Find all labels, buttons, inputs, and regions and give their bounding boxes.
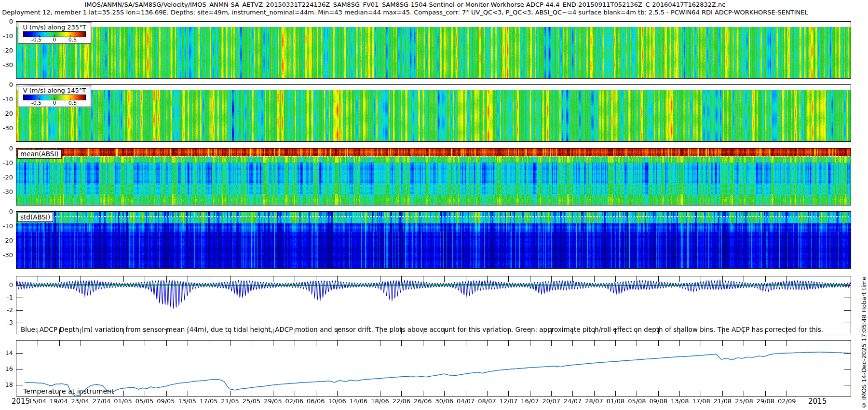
colorbar-tick-label: 0	[53, 37, 56, 43]
y-tick-label: -30	[3, 252, 13, 259]
v-velocity-y-axis: 0-10-20-30	[0, 85, 14, 141]
colorbar-tick-label: -0.5	[31, 100, 41, 106]
copyright-watermark: © IMOS 14-Dec-2025 17:05:48 Hobart time	[860, 276, 868, 409]
y-tick-label: -30	[3, 125, 13, 132]
panel-depth-variation: Blue: ADCP Depth (m) variation from sens…	[16, 276, 851, 334]
x-axis: 2015 2015 15/0419/0423/0427/0401/0505/05…	[0, 397, 868, 408]
y-tick-label: 0	[9, 208, 13, 215]
y-tick-label: 0	[9, 282, 13, 288]
colorbar-tick-label: 0	[53, 100, 56, 106]
y-tick-label: -30	[3, 189, 13, 195]
panel-temperature: Temperature at instrument 141618	[16, 340, 851, 396]
colorbar-tick-label: 0.5	[68, 100, 77, 106]
std-absi-heatmap	[16, 212, 851, 268]
v-velocity-legend-title: V (m/s) along 145°T	[18, 87, 91, 94]
y-tick-label: 0	[9, 145, 13, 152]
v-velocity-heatmap	[16, 85, 851, 141]
u-velocity-legend: U (m/s) along 235°T -0.500.5	[18, 23, 91, 44]
temperature-plot	[16, 341, 851, 396]
y-tick-label: 0	[9, 18, 13, 25]
figure-title: IMOS/ANMN/SA/SAM8SG/Velocity/IMOS_ANMN-S…	[0, 1, 810, 9]
y-tick-label: -30	[3, 62, 13, 68]
depth-variation-y-axis: 0-1-2-3	[0, 276, 14, 334]
adcp-deployment-figure: IMOS/ANMN/SA/SAM8SG/Velocity/IMOS_ANMN-S…	[0, 0, 868, 410]
y-tick-label: 16	[5, 366, 13, 372]
y-tick-label: 14	[5, 350, 13, 356]
v-velocity-colorbar-ticks: -0.500.5	[18, 100, 91, 107]
x-tick-label: 02/09	[773, 397, 801, 405]
temperature-y-axis: 141618	[0, 341, 14, 396]
y-tick-label: -10	[3, 33, 13, 40]
colorbar-tick-label: 0.5	[68, 37, 77, 43]
y-tick-label: -10	[3, 160, 13, 166]
panel-mean-absi: mean(ABSI) 0-10-20-30	[16, 148, 851, 205]
temperature-label: Temperature at instrument	[23, 387, 114, 395]
x-axis-year-right: 2015	[808, 397, 827, 406]
panel-std-absi: std(ABSI) 0-10-20-30	[16, 211, 851, 269]
y-tick-label: -2	[7, 307, 13, 314]
figure-subtitle: Deployment 12, member 1 lat=35.25S lon=1…	[0, 9, 810, 16]
u-velocity-legend-title: U (m/s) along 235°T	[18, 24, 91, 31]
mean-absi-y-axis: 0-10-20-30	[0, 149, 14, 205]
y-tick-label: -20	[3, 110, 13, 117]
mean-absi-heatmap	[16, 149, 851, 205]
v-velocity-legend: V (m/s) along 145°T -0.500.5	[18, 86, 91, 107]
std-absi-label: std(ABSI)	[17, 213, 53, 222]
y-tick-label: -20	[3, 47, 13, 54]
y-tick-label: -10	[3, 96, 13, 103]
u-velocity-colorbar-ticks: -0.500.5	[18, 37, 91, 43]
depth-variation-caption: Blue: ADCP Depth (m) variation from sens…	[21, 326, 823, 333]
u-velocity-heatmap	[16, 22, 851, 78]
y-tick-label: -3	[7, 319, 13, 326]
y-tick-label: -10	[3, 223, 13, 230]
y-tick-label: -20	[3, 174, 13, 181]
mean-absi-label: mean(ABSI)	[17, 150, 62, 159]
std-absi-y-axis: 0-10-20-30	[0, 212, 14, 268]
y-tick-label: -20	[3, 237, 13, 244]
y-tick-label: -1	[7, 294, 13, 301]
u-velocity-y-axis: 0-10-20-30	[0, 22, 14, 78]
colorbar-tick-label: -0.5	[31, 37, 41, 43]
panel-u-velocity: U (m/s) along 235°T -0.500.5 0-10-20-30	[16, 21, 851, 79]
y-tick-label: 18	[5, 382, 13, 388]
figure-header: IMOS/ANMN/SA/SAM8SG/Velocity/IMOS_ANMN-S…	[0, 1, 810, 16]
y-tick-label: 0	[9, 82, 13, 88]
panel-v-velocity: V (m/s) along 145°T -0.500.5 0-10-20-30	[16, 84, 851, 142]
